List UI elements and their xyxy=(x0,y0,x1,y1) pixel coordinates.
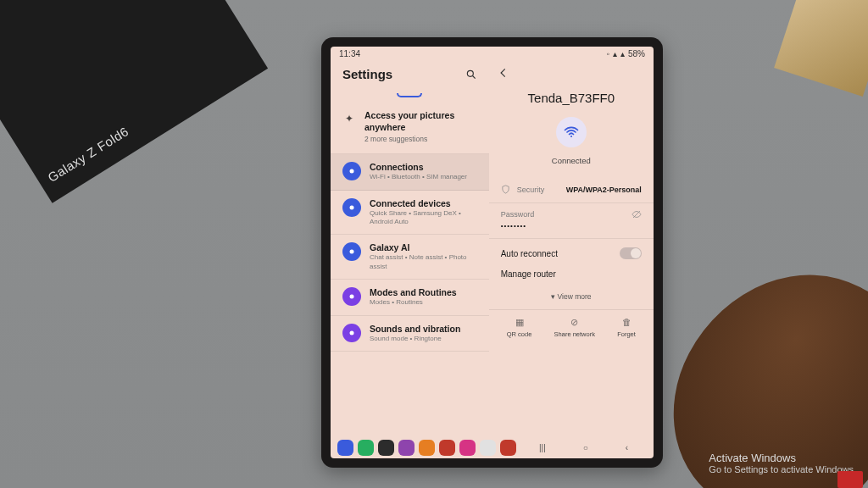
settings-row-title: Modes and Routines xyxy=(370,287,457,297)
settings-row-icon xyxy=(342,162,361,180)
shield-icon xyxy=(501,185,510,194)
suggestion-title: Access your pictures anywhere xyxy=(364,110,477,133)
nav-back[interactable]: ‹ xyxy=(626,443,628,452)
dock-app-0[interactable] xyxy=(337,440,353,456)
settings-row-sounds-and-vibration[interactable]: Sounds and vibration Sound mode • Ringto… xyxy=(331,316,489,352)
wifi-detail-pane: Tenda_B73FF0 Connected Security WPA/WPA2… xyxy=(489,58,654,437)
dock-app-8[interactable] xyxy=(500,440,516,456)
password-label: Password xyxy=(501,210,543,219)
forget-button[interactable]: 🗑 Forget xyxy=(617,315,636,338)
settings-row-sub: Sound mode • Ringtone xyxy=(370,335,460,343)
settings-row-sub: Wi-Fi • Bluetooth • SIM manager xyxy=(370,173,467,181)
back-button[interactable] xyxy=(496,65,511,80)
settings-row-modes-and-routines[interactable]: Modes and Routines Modes • Routines xyxy=(331,280,489,315)
settings-row-title: Connected devices xyxy=(370,198,477,208)
dock-app-5[interactable] xyxy=(439,440,455,456)
svg-line-1 xyxy=(472,75,475,78)
dock-app-4[interactable] xyxy=(419,440,435,456)
svg-point-6 xyxy=(350,330,354,335)
svg-point-4 xyxy=(350,250,354,254)
dock-app-6[interactable] xyxy=(459,440,476,456)
settings-row-icon xyxy=(342,287,361,306)
auto-reconnect-label: Auto reconnect xyxy=(501,249,558,258)
eye-off-icon[interactable] xyxy=(632,209,642,219)
status-time: 11:34 xyxy=(339,49,360,58)
manage-router-row[interactable]: Manage router xyxy=(489,268,654,287)
security-row: Security WPA/WPA2-Personal xyxy=(489,179,654,203)
dock-app-3[interactable] xyxy=(398,440,415,456)
view-more[interactable]: ▾ View more xyxy=(489,287,654,309)
settings-row-sub: Modes • Routines xyxy=(370,298,457,307)
security-label: Security xyxy=(517,186,559,194)
nav-recents[interactable]: ||| xyxy=(539,443,546,452)
dock-app-7[interactable] xyxy=(480,440,496,456)
suggestion-card[interactable]: ✦ Access your pictures anywhere 2 more s… xyxy=(331,103,489,154)
signal-icon: ▴ xyxy=(613,49,617,58)
status-bar: 11:34 ◦ ▴ ▴ 58% xyxy=(331,47,654,58)
battery-label: 58% xyxy=(628,49,645,58)
search-icon[interactable] xyxy=(465,69,477,80)
qr-icon: ▦ xyxy=(513,315,526,329)
auto-reconnect-row[interactable]: Auto reconnect xyxy=(489,239,654,268)
connection-status: Connected xyxy=(489,156,654,165)
settings-row-icon xyxy=(342,324,361,342)
pull-indicator xyxy=(397,93,422,97)
settings-row-icon xyxy=(342,242,361,261)
svg-point-2 xyxy=(350,169,354,174)
security-value: WPA/WPA2-Personal xyxy=(566,186,642,194)
nav-home[interactable]: ○ xyxy=(583,443,588,452)
settings-row-title: Sounds and vibration xyxy=(370,324,460,334)
channel-logo xyxy=(837,471,863,488)
page-title: Settings xyxy=(342,67,392,81)
auto-reconnect-toggle[interactable] xyxy=(620,247,642,259)
settings-row-galaxy-ai[interactable]: Galaxy AI Chat assist • Note assist • Ph… xyxy=(331,235,489,280)
trash-icon: 🗑 xyxy=(620,315,633,329)
settings-row-connected-devices[interactable]: Connected devices Quick Share • Samsung … xyxy=(331,191,489,236)
settings-row-connections[interactable]: Connections Wi-Fi • Bluetooth • SIM mana… xyxy=(331,154,489,190)
screen: 11:34 ◦ ▴ ▴ 58% Settings ✦ A xyxy=(331,47,654,458)
device-frame: 11:34 ◦ ▴ ▴ 58% Settings ✦ A xyxy=(321,37,663,468)
dock-app-2[interactable] xyxy=(378,440,394,456)
network-ssid: Tenda_B73FF0 xyxy=(489,91,654,105)
svg-point-7 xyxy=(570,136,572,137)
qr-code-button[interactable]: ▦ QR code xyxy=(507,315,532,338)
lightbulb-icon: ✦ xyxy=(342,112,356,125)
manage-router-label: Manage router xyxy=(501,269,556,279)
svg-point-3 xyxy=(350,205,354,209)
share-icon: ⊘ xyxy=(568,315,581,329)
dock: ||| ○ ‹ xyxy=(331,437,654,458)
password-row[interactable]: Password •••••••• xyxy=(489,203,654,239)
status-right: ◦ ▴ ▴ 58% xyxy=(606,49,645,58)
settings-list-pane: Settings ✦ Access your pictures anywhere… xyxy=(331,58,489,437)
settings-row-title: Galaxy AI xyxy=(370,242,477,252)
wifi-icon xyxy=(556,117,587,147)
chevron-left-icon xyxy=(498,67,509,79)
password-mask: •••••••• xyxy=(501,222,642,230)
svg-point-5 xyxy=(350,295,354,299)
signal-icon-2: ▴ xyxy=(620,49,625,58)
settings-row-icon xyxy=(342,198,361,217)
windows-watermark: Activate Windows Go to Settings to activ… xyxy=(709,452,856,474)
suggestion-sub: 2 more suggestions xyxy=(364,135,477,143)
settings-row-sub: Quick Share • Samsung DeX • Android Auto xyxy=(370,209,477,227)
svg-point-0 xyxy=(467,70,473,76)
wifi-status-icon: ◦ xyxy=(606,49,609,58)
share-network-button[interactable]: ⊘ Share network xyxy=(554,315,595,338)
settings-row-title: Connections xyxy=(370,162,467,172)
dock-app-1[interactable] xyxy=(358,440,374,456)
settings-row-sub: Chat assist • Note assist • Photo assist xyxy=(370,253,477,271)
